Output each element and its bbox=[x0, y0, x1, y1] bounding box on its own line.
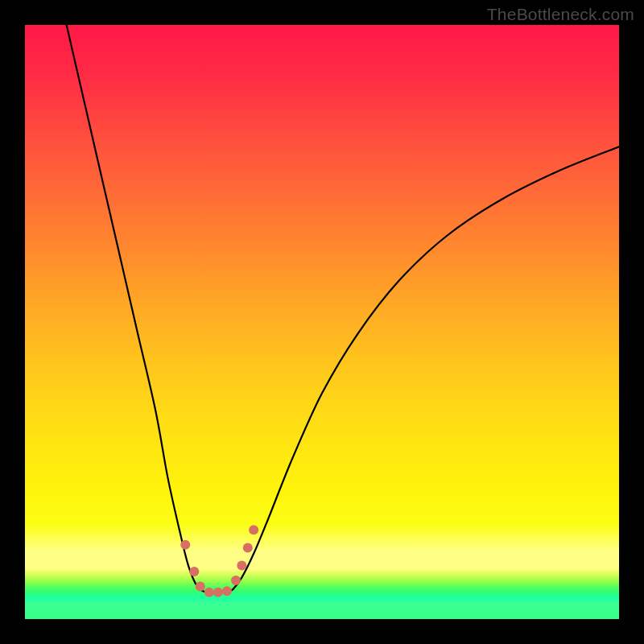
data-dot bbox=[189, 567, 199, 576]
data-dot bbox=[237, 561, 246, 571]
plot-area bbox=[25, 25, 619, 619]
data-dot bbox=[180, 540, 190, 550]
data-dot bbox=[213, 588, 223, 597]
data-dot bbox=[222, 586, 232, 596]
data-dot bbox=[204, 588, 214, 597]
bottleneck-curve-left bbox=[67, 25, 213, 592]
data-dots bbox=[180, 525, 258, 597]
data-dot bbox=[249, 525, 258, 535]
data-dot bbox=[196, 581, 205, 591]
data-dot bbox=[231, 576, 241, 585]
curve-layer bbox=[25, 25, 619, 619]
watermark-text: TheBottleneck.com bbox=[487, 5, 634, 24]
chart-frame: TheBottleneck.com bbox=[0, 0, 644, 644]
data-dot bbox=[243, 543, 253, 552]
bottleneck-curve-right bbox=[227, 147, 619, 592]
